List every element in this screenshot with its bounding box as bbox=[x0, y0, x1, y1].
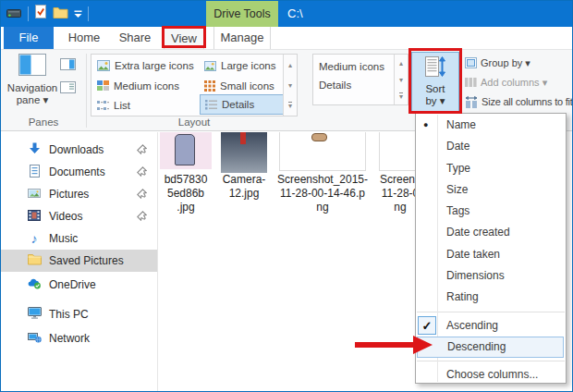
list-icon bbox=[97, 100, 109, 111]
ribbon-tab-row: File Home Share View Manage bbox=[1, 27, 572, 49]
details-pane-button[interactable] bbox=[60, 80, 80, 96]
this-pc-icon bbox=[27, 307, 42, 322]
layout-details-selected[interactable]: Details bbox=[200, 94, 284, 115]
sidebar-item-saved-pictures[interactable]: Saved Pictures bbox=[1, 250, 157, 272]
gallery-scroll-down-icon[interactable]: ▾ bbox=[399, 76, 403, 84]
sort-by-menu: ●Name Date Type Size Tags Date created D… bbox=[415, 113, 567, 384]
onedrive-icon bbox=[27, 277, 42, 292]
file-name[interactable]: bd578305ed86b.jpg bbox=[158, 173, 213, 214]
file-thumbnail[interactable] bbox=[160, 132, 212, 169]
file-name[interactable]: Camera-12.jpg bbox=[217, 173, 271, 201]
panes-group-label: Panes bbox=[1, 116, 86, 128]
menu-item-descending[interactable]: Descending bbox=[417, 337, 564, 358]
radio-bullet-icon: ● bbox=[423, 115, 428, 136]
file-thumbnail[interactable] bbox=[221, 132, 267, 173]
customize-qat-icon[interactable] bbox=[74, 6, 82, 22]
menu-item-dimensions[interactable]: Dimensions bbox=[416, 265, 566, 287]
menu-item-date-taken[interactable]: Date taken bbox=[416, 244, 566, 265]
layout-gallery-overflow: Medium icons Details ▴ ▾ ▾ bbox=[312, 54, 408, 105]
gallery-more-icon[interactable]: ▾ bbox=[399, 92, 403, 100]
annotation-arrow bbox=[355, 335, 434, 355]
pin-icon bbox=[137, 144, 147, 157]
thumbnail-art bbox=[175, 134, 195, 165]
navigation-pane-button[interactable]: Navigation pane ▾ bbox=[6, 54, 58, 115]
menu-item-size[interactable]: Size bbox=[416, 179, 566, 201]
checkmark-icon: ✓ bbox=[418, 316, 436, 335]
menu-item-date[interactable]: Date bbox=[416, 136, 566, 157]
layout-group-label: Layout bbox=[91, 116, 298, 128]
videos-icon bbox=[27, 210, 42, 224]
preview-pane-icon bbox=[60, 58, 76, 70]
qat-separator bbox=[28, 6, 29, 21]
gallery-scroll-up-icon[interactable]: ▴ bbox=[399, 59, 403, 67]
gallery-scroll-up-icon[interactable]: ▴ bbox=[288, 61, 292, 69]
tab-manage[interactable]: Manage bbox=[213, 27, 271, 49]
menu-item-type[interactable]: Type bbox=[416, 158, 566, 179]
details-icon bbox=[205, 99, 217, 110]
layout2-medium-icons[interactable]: Medium icons bbox=[314, 56, 394, 77]
layout-large-icons[interactable]: Large icons bbox=[200, 55, 283, 76]
sidebar-item-videos[interactable]: Videos bbox=[1, 205, 157, 227]
menu-item-tags[interactable]: Tags bbox=[416, 201, 566, 222]
add-columns-button: Add columns ▾ bbox=[465, 74, 547, 91]
tab-home[interactable]: Home bbox=[58, 27, 110, 49]
navigation-pane: Downloads Documents Pictures Videos ♪ Mu… bbox=[1, 132, 158, 392]
group-by-icon bbox=[465, 57, 477, 68]
documents-icon bbox=[27, 165, 42, 180]
gallery-scroll-down-icon[interactable]: ▾ bbox=[288, 81, 292, 90]
tab-file[interactable]: File bbox=[4, 27, 54, 49]
tab-share[interactable]: Share bbox=[110, 27, 160, 49]
menu-separator bbox=[417, 312, 565, 312]
pictures-icon bbox=[27, 188, 42, 202]
layout-list[interactable]: List bbox=[92, 95, 200, 116]
sort-by-icon bbox=[425, 55, 445, 78]
layout2-details[interactable]: Details bbox=[314, 75, 394, 95]
downloads-icon bbox=[27, 142, 42, 157]
pin-icon bbox=[137, 211, 147, 224]
gallery-scroll-strip[interactable]: ▴ ▾ ▾ bbox=[283, 55, 297, 116]
sidebar-item-onedrive[interactable]: OneDrive bbox=[1, 274, 157, 296]
menu-item-choose-columns[interactable]: Choose columns... bbox=[416, 364, 566, 386]
music-icon: ♪ bbox=[27, 231, 42, 246]
file-thumbnail[interactable] bbox=[279, 132, 366, 171]
sidebar-item-documents[interactable]: Documents bbox=[1, 161, 157, 183]
properties-icon[interactable] bbox=[34, 5, 47, 23]
gallery-scroll-strip[interactable]: ▴ ▾ ▾ bbox=[394, 55, 408, 104]
sidebar-item-music[interactable]: ♪ Music bbox=[1, 227, 157, 250]
content-area: Downloads Documents Pictures Videos ♪ Mu… bbox=[1, 132, 572, 392]
explorer-window: Drive Tools C:\ File Home Share View Man… bbox=[0, 0, 573, 392]
file-name[interactable]: Screenshot_2015-11-28-00-14-46.png bbox=[275, 173, 370, 214]
gallery-more-icon[interactable]: ▾ bbox=[288, 102, 292, 109]
large-icons-icon bbox=[204, 61, 216, 71]
small-icons-icon bbox=[204, 80, 215, 92]
thumbnail-art bbox=[311, 133, 327, 141]
window-title: C:\ bbox=[287, 1, 303, 27]
layout-extra-large-icons[interactable]: Extra large icons bbox=[92, 55, 200, 76]
menu-item-date-created[interactable]: Date created bbox=[416, 222, 566, 243]
menu-item-ascending[interactable]: ✓Ascending bbox=[416, 315, 566, 337]
sort-by-button[interactable]: Sort by ▾ bbox=[411, 52, 459, 114]
group-separator bbox=[86, 54, 87, 128]
sidebar-item-downloads[interactable]: Downloads bbox=[1, 139, 157, 161]
navigation-pane-icon bbox=[18, 63, 46, 79]
sidebar-item-pictures[interactable]: Pictures bbox=[1, 183, 157, 205]
tab-view[interactable]: View bbox=[164, 27, 204, 49]
new-folder-icon[interactable] bbox=[53, 6, 68, 23]
navigation-pane-label: Navigation pane ▾ bbox=[6, 82, 58, 106]
layout-small-icons[interactable]: Small icons bbox=[200, 76, 283, 96]
preview-pane-button[interactable] bbox=[60, 57, 80, 73]
menu-item-name[interactable]: ●Name bbox=[416, 115, 566, 136]
menu-separator bbox=[417, 361, 565, 361]
quick-access-toolbar bbox=[6, 5, 89, 23]
drive-icon[interactable] bbox=[6, 6, 22, 22]
folder-icon bbox=[27, 253, 42, 268]
group-by-button[interactable]: Group by ▾ bbox=[465, 55, 530, 71]
menu-item-rating[interactable]: Rating bbox=[416, 287, 566, 308]
size-columns-button[interactable]: Size all columns to fit bbox=[465, 93, 573, 110]
layout-medium-icons[interactable]: Medium icons bbox=[92, 76, 200, 96]
drive-tools-contextual-tab[interactable]: Drive Tools bbox=[206, 1, 278, 27]
pin-icon bbox=[137, 189, 147, 202]
sidebar-item-this-pc[interactable]: This PC bbox=[1, 303, 157, 325]
network-icon bbox=[27, 331, 42, 346]
sidebar-item-network[interactable]: Network bbox=[1, 327, 157, 349]
